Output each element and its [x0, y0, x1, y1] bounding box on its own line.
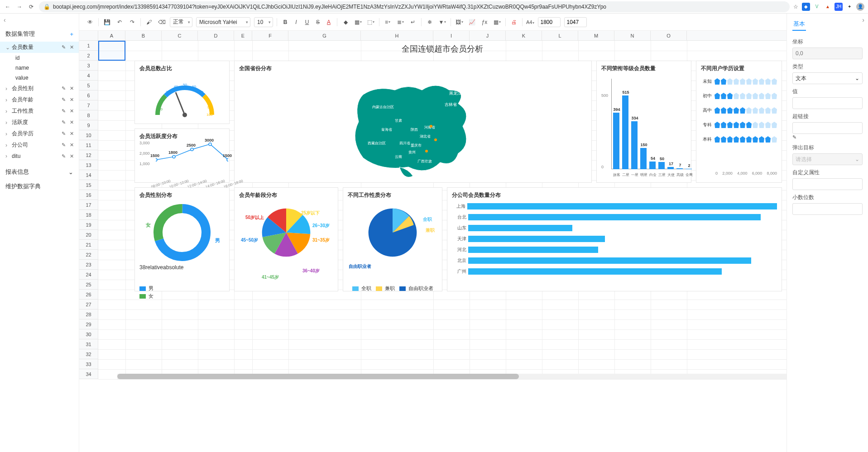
- ext-icon-3[interactable]: ▲: [824, 3, 832, 11]
- edit-icon[interactable]: ✎: [60, 119, 67, 126]
- custom-input[interactable]: [792, 178, 863, 190]
- tree-node-5[interactable]: ›会员学历✎✕: [0, 128, 79, 139]
- row-header[interactable]: 16: [79, 190, 98, 200]
- row-header[interactable]: 22: [79, 250, 98, 260]
- popup-select[interactable]: 请选择⌄: [792, 153, 863, 165]
- value-input[interactable]: [792, 97, 863, 109]
- close-icon[interactable]: ✕: [68, 119, 75, 126]
- row-header[interactable]: 14: [79, 170, 98, 180]
- row-header[interactable]: 7: [79, 100, 98, 110]
- image-button[interactable]: 🖼: [455, 18, 464, 27]
- col-header[interactable]: G: [288, 31, 361, 40]
- row-header[interactable]: 2: [79, 51, 98, 61]
- preview-button[interactable]: 👁: [86, 18, 95, 27]
- type-select[interactable]: 文本⌄: [792, 72, 863, 84]
- dictionary-section[interactable]: 维护数据字典: [0, 178, 79, 192]
- add-dataset-button[interactable]: +: [70, 31, 73, 38]
- edit-icon[interactable]: ✎: [60, 85, 67, 92]
- row-header[interactable]: 29: [79, 319, 98, 329]
- link-input[interactable]: [792, 122, 863, 134]
- chart-activity[interactable]: 会员活跃度分布 1,0002,0003,00015001800250030001…: [134, 128, 230, 183]
- edit-icon[interactable]: ✎: [60, 108, 67, 115]
- address-bar[interactable]: 🔒 bootapi.jeecg.com/jmreport/index/13398…: [39, 1, 790, 12]
- chart-map[interactable]: 全国省份分布 黑龙江 吉林省 内蒙古自治区 甘肃: [234, 61, 592, 183]
- clear-format-button[interactable]: ⌫: [157, 18, 166, 27]
- horizontal-scrollbar[interactable]: [117, 374, 786, 379]
- col-header[interactable]: L: [542, 31, 578, 40]
- spreadsheet[interactable]: ABCDEFGHIJKLMNO 123456789101112131415161…: [79, 31, 786, 452]
- tree-node-1[interactable]: ›会员性别✎✕: [0, 83, 79, 94]
- row-header[interactable]: 34: [79, 369, 98, 379]
- row-header[interactable]: 6: [79, 90, 98, 100]
- close-icon[interactable]: ✕: [68, 130, 75, 138]
- col-header[interactable]: N: [614, 31, 651, 40]
- col-header[interactable]: F: [252, 31, 288, 40]
- chart-picto-edu[interactable]: 不同用户学历设置 未知初中高中专科本科02,0004,0006,0008,000: [696, 61, 782, 183]
- halign-button[interactable]: ≡: [383, 18, 392, 27]
- page-height-input[interactable]: [564, 17, 587, 27]
- row-header[interactable]: 20: [79, 230, 98, 240]
- edit-icon[interactable]: ✎: [60, 152, 67, 160]
- bold-button[interactable]: B: [281, 18, 290, 27]
- wrap-button[interactable]: ↵: [408, 18, 417, 27]
- ext-puzzle-icon[interactable]: ✦: [845, 3, 854, 11]
- close-icon[interactable]: ✕: [68, 96, 75, 104]
- mode-select[interactable]: 正常: [170, 17, 192, 27]
- tree-node-6[interactable]: ›分公司✎✕: [0, 139, 79, 151]
- row-header[interactable]: 5: [79, 81, 98, 90]
- fill-color-button[interactable]: ◆: [341, 18, 350, 27]
- strike-button[interactable]: S: [313, 18, 322, 27]
- back-button[interactable]: ←: [4, 3, 12, 11]
- tree-node-3[interactable]: ›工作性质✎✕: [0, 105, 79, 117]
- col-header[interactable]: A: [98, 31, 125, 40]
- chart-age[interactable]: 会员年龄段分布 25岁以下26~30岁31~35岁36~40岁41~45岁45~…: [234, 187, 338, 291]
- row-header[interactable]: 33: [79, 359, 98, 369]
- forward-button[interactable]: →: [15, 3, 24, 11]
- row-header[interactable]: 11: [79, 140, 98, 150]
- chart-gauge[interactable]: 会员总数占比 20 30: [134, 61, 230, 124]
- row-header[interactable]: 12: [79, 150, 98, 160]
- edit-icon[interactable]: ✎: [60, 44, 67, 51]
- chart-button[interactable]: 📈: [467, 18, 476, 27]
- row-header[interactable]: 15: [79, 180, 98, 190]
- row-header[interactable]: 17: [79, 200, 98, 210]
- col-header[interactable]: K: [506, 31, 542, 40]
- col-header[interactable]: C: [162, 31, 198, 40]
- row-header[interactable]: 25: [79, 280, 98, 290]
- ext-icon-1[interactable]: ◆: [802, 3, 810, 11]
- undo-button[interactable]: ↶: [115, 18, 124, 27]
- row-header[interactable]: 27: [79, 300, 98, 309]
- col-header[interactable]: O: [651, 31, 687, 40]
- chart-branch[interactable]: 分公司会员数量分布 上海台北山东天津河北北京广州: [447, 187, 782, 291]
- freeze-button[interactable]: ❄: [425, 18, 434, 27]
- bookmark-star-icon[interactable]: ☆: [793, 4, 798, 10]
- row-header[interactable]: 10: [79, 130, 98, 140]
- fontsize-select[interactable]: 10: [254, 17, 273, 27]
- profile-avatar-icon[interactable]: 👤: [856, 3, 864, 11]
- row-header[interactable]: 32: [79, 349, 98, 359]
- col-header[interactable]: H: [361, 31, 433, 40]
- paper-size-select[interactable]: A4: [526, 19, 534, 25]
- tree-node-7[interactable]: ›ditu✎✕: [0, 151, 79, 162]
- underline-button[interactable]: U: [302, 18, 312, 27]
- row-header[interactable]: 21: [79, 240, 98, 250]
- tree-child[interactable]: name: [15, 63, 79, 73]
- edit-icon[interactable]: ✎: [792, 134, 796, 140]
- font-select[interactable]: Microsoft YaHei: [196, 17, 250, 27]
- close-icon[interactable]: ✕: [68, 85, 75, 92]
- close-icon[interactable]: ✕: [68, 152, 75, 160]
- row-header[interactable]: 13: [79, 160, 98, 170]
- save-button[interactable]: 💾: [102, 18, 111, 27]
- ext-icon-4[interactable]: JH: [834, 3, 843, 11]
- row-header[interactable]: 28: [79, 309, 98, 319]
- row-header[interactable]: 8: [79, 110, 98, 120]
- close-icon[interactable]: ✕: [68, 108, 75, 115]
- col-header[interactable]: E: [234, 31, 252, 40]
- col-header[interactable]: D: [198, 31, 234, 40]
- valign-button[interactable]: ≣: [396, 18, 405, 27]
- print-button[interactable]: 🖨: [509, 18, 518, 27]
- tab-basic[interactable]: 基本: [792, 18, 806, 31]
- tree-child[interactable]: value: [15, 73, 79, 83]
- close-icon[interactable]: ✕: [68, 142, 75, 149]
- close-icon[interactable]: ✕: [68, 44, 75, 51]
